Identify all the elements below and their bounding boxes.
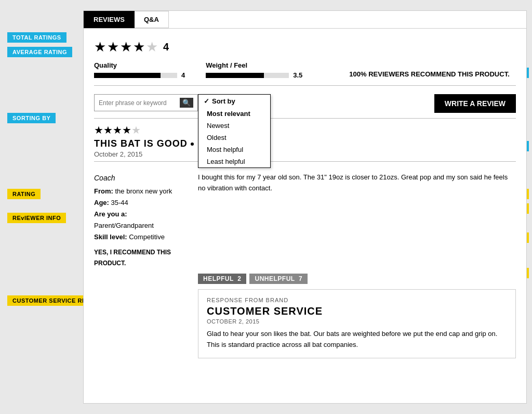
review-date: October 2, 2015 [94,150,516,158]
star-2: ★ [107,39,119,55]
review-star-3: ★ [113,124,122,136]
rating-label: RATING [7,189,41,199]
average-rating-row: ★ ★ ★ ★ ★ 4 [94,39,516,55]
star-4: ★ [133,39,145,55]
reviewer-age: Age: 35-44 [94,197,188,209]
reviewer-info-label: REvIEWER INFO [7,213,66,223]
review-star-1: ★ [94,124,103,136]
write-review-button[interactable]: WRITE A REVIEW [434,94,516,113]
review-star-5: ★ [131,124,141,136]
review-body: Coach From: the bronx new york Age: 35-4… [94,172,516,268]
review-title: THIS BAT IS GOOD [94,138,516,149]
tab-reviews[interactable]: REVIEWS [84,11,135,28]
reviewer-recommend: YES, I RECOMMEND THIS PRODUCT. [94,247,188,268]
unhelpful-count: 7 [299,275,302,282]
average-rating-label: AVERAGE RATING [7,47,72,57]
weight-value: 3.5 [293,71,302,79]
divider-1 [94,85,516,86]
reviewer-info: Coach From: the bronx new york Age: 35-4… [94,172,188,268]
sort-dropdown: ✓ Sort by Most relevant Newest Oldest Mo… [198,94,271,168]
quality-bar-fill [94,73,161,78]
quality-label: Quality [94,61,185,69]
brand-response-title: CUSTOMER SERVICE [207,305,507,317]
reviewer-from: From: the bronx new york [94,186,188,197]
review-description: I bought this for my 7 year old son. The… [198,172,516,194]
divider-2 [94,118,516,119]
total-ratings-label: TOTAL RATINGS [7,32,66,43]
review-title-dot [191,143,194,146]
review-star-2: ★ [103,124,113,136]
review-title-text: THIS BAT IS GOOD [94,138,188,149]
sort-option-most-helpful[interactable]: Most helpful [198,144,270,156]
star-5: ★ [146,39,158,55]
brand-response-text: Glad to hear your son likes the bat. Our… [207,329,507,351]
recommend-text: 100% REVIEWERS RECOMMEND THIS PRODUCT. [349,70,509,78]
weight-label: Weight / Feel [206,61,302,69]
quality-bar-group: Quality 4 [94,61,185,79]
helpful-row: HELPFUL 2 UNHELPFUL 7 [198,274,516,284]
sort-header[interactable]: ✓ Sort by [198,95,270,108]
divider-3 [94,161,516,162]
rating-bars: Quality 4 Weight / Feel 3.5 10 [94,61,516,79]
weight-bar-track [206,73,289,78]
quality-value: 4 [181,71,185,79]
weight-bar-group: Weight / Feel 3.5 [206,61,302,79]
rating-value: 4 [163,41,169,53]
star-1: ★ [94,39,106,55]
review-item: ★ ★ ★ ★ ★ THIS BAT IS GOOD October 2, 20… [94,124,516,364]
brand-response-date: OCTOBER 2, 2015 [207,318,507,325]
star-3: ★ [120,39,132,55]
reviewer-type: Are you a: Parent/Grandparent [94,209,188,231]
search-icon[interactable]: 🔍 [180,98,193,108]
search-box[interactable]: 🔍 [94,94,198,111]
search-input[interactable] [99,99,180,107]
sort-header-label: Sort by [212,97,235,105]
tab-qa[interactable]: Q&A [135,11,169,28]
tabs: REVIEWS Q&A [84,11,526,29]
weight-bar-fill [206,73,264,78]
helpful-label: HELPFUL [203,275,234,282]
brand-response-label: RESPONSE FROM BRAND [207,297,507,303]
reviewer-name: Coach [94,172,188,185]
review-stars: ★ ★ ★ ★ ★ [94,124,516,136]
helpful-button[interactable]: HELPFUL 2 [198,274,246,284]
unhelpful-label: UNHELPFUL [255,275,295,282]
sort-option-newest[interactable]: Newest [198,120,270,132]
sort-option-most-relevant[interactable]: Most relevant [198,108,270,120]
sorting-by-label: SORTING BY [7,113,56,123]
brand-response: RESPONSE FROM BRAND CUSTOMER SERVICE OCT… [198,289,516,358]
review-star-4: ★ [122,124,131,136]
sort-option-oldest[interactable]: Oldest [198,132,270,144]
helpful-count: 2 [237,275,241,282]
main-container: REVIEWS Q&A ★ ★ ★ ★ ★ 4 Quality 4 [83,10,527,404]
quality-bar-track [94,73,177,78]
reviewer-skill: Skill level: Competitive [94,231,188,243]
unhelpful-button[interactable]: UNHELPFUL 7 [249,274,308,284]
sort-option-least-helpful[interactable]: Least helpful [198,156,270,167]
checkmark-icon: ✓ [204,97,209,105]
sort-search-row: 🔍 ✓ Sort by Most relevant Newest Oldest … [94,94,516,113]
